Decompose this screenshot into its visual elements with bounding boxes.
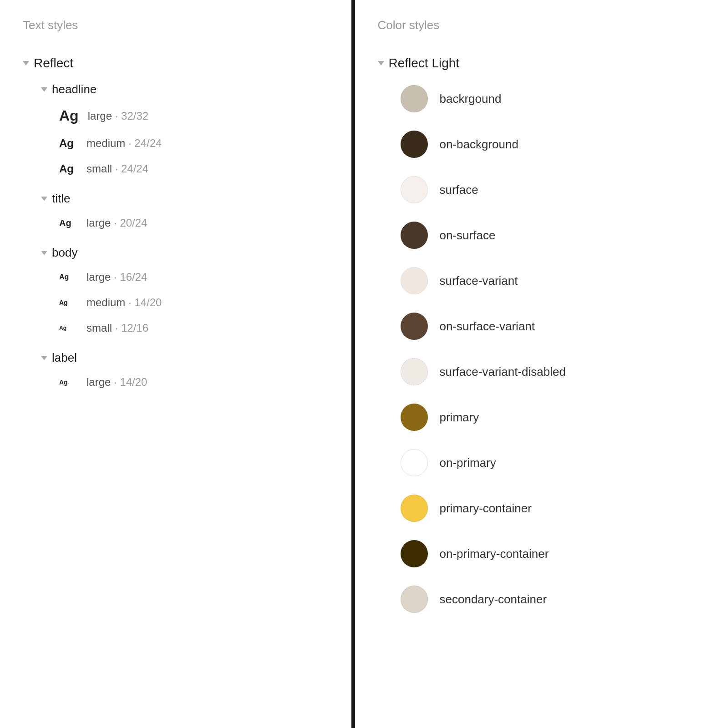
ag-sample: Ag bbox=[59, 107, 79, 124]
list-item: surface-variant bbox=[401, 258, 684, 303]
ag-sample: Ag bbox=[59, 137, 77, 150]
color-label-surface-variant: surface-variant bbox=[440, 274, 518, 288]
color-label-on-surface: on-surface bbox=[440, 228, 496, 243]
color-swatch-on-surface-variant bbox=[401, 313, 428, 340]
style-info: large · 16/24 bbox=[86, 271, 147, 283]
color-swatch-surface bbox=[401, 176, 428, 203]
label-items: Ag large · 14/20 bbox=[41, 369, 329, 395]
color-swatch-on-primary bbox=[401, 449, 428, 476]
style-info: large · 14/20 bbox=[86, 376, 147, 389]
list-item: on-surface-variant bbox=[401, 303, 684, 349]
color-swatch-on-primary-container bbox=[401, 540, 428, 567]
label-subgroup: label Ag large · 14/20 bbox=[41, 344, 329, 395]
title-header[interactable]: title bbox=[41, 185, 329, 210]
list-item: on-primary bbox=[401, 440, 684, 485]
color-label-on-background: on-background bbox=[440, 137, 518, 152]
list-item: Ag large · 32/32 bbox=[59, 101, 329, 131]
body-chevron-icon bbox=[41, 251, 47, 255]
color-label-on-surface-variant: on-surface-variant bbox=[440, 319, 535, 334]
reflect-group: Reflect headline Ag large · 32/32 Ag med… bbox=[23, 51, 329, 395]
title-subgroup: title Ag large · 20/24 bbox=[41, 185, 329, 236]
list-item: secondary-container bbox=[401, 576, 684, 622]
color-label-primary-container: primary-container bbox=[440, 501, 532, 516]
color-label-surface-variant-disabled: surface-variant-disabled bbox=[440, 365, 566, 379]
text-styles-panel: Text styles Reflect headline Ag large · … bbox=[0, 0, 355, 728]
reflect-group-header[interactable]: Reflect bbox=[23, 51, 329, 76]
color-swatch-background bbox=[401, 85, 428, 112]
ag-sample: Ag bbox=[59, 379, 77, 386]
headline-items: Ag large · 32/32 Ag medium · 24/24 Ag sm… bbox=[41, 101, 329, 182]
reflect-group-items: headline Ag large · 32/32 Ag medium · 24… bbox=[23, 76, 329, 395]
list-item: Ag large · 14/20 bbox=[59, 369, 329, 395]
list-item: on-background bbox=[401, 121, 684, 167]
list-item: surface bbox=[401, 167, 684, 212]
list-item: primary-container bbox=[401, 485, 684, 531]
color-styles-panel: Color styles Reflect Light backrgound on… bbox=[355, 0, 706, 728]
list-item: Ag medium · 14/20 bbox=[59, 290, 329, 315]
ag-sample: Ag bbox=[59, 218, 77, 228]
color-styles-title: Color styles bbox=[378, 18, 684, 32]
label-header[interactable]: label bbox=[41, 344, 329, 369]
color-swatch-on-background bbox=[401, 131, 428, 158]
list-item: Ag small · 12/16 bbox=[59, 315, 329, 341]
ag-sample: Ag bbox=[59, 299, 77, 306]
list-item: on-primary-container bbox=[401, 531, 684, 576]
headline-chevron-icon bbox=[41, 87, 47, 92]
body-subgroup: body Ag large · 16/24 Ag medium · 14/20 … bbox=[41, 239, 329, 341]
color-swatch-secondary-container bbox=[401, 586, 428, 613]
color-label-primary: primary bbox=[440, 410, 479, 425]
title-items: Ag large · 20/24 bbox=[41, 210, 329, 236]
color-label-background: backrgound bbox=[440, 92, 502, 106]
list-item: surface-variant-disabled bbox=[401, 349, 684, 394]
list-item: Ag small · 24/24 bbox=[59, 156, 329, 182]
list-item: backrgound bbox=[401, 76, 684, 121]
color-swatch-primary-container bbox=[401, 495, 428, 522]
headline-label: headline bbox=[52, 82, 97, 96]
color-swatch-surface-variant-disabled bbox=[401, 358, 428, 385]
color-swatch-surface-variant bbox=[401, 267, 428, 294]
reflect-light-group-header[interactable]: Reflect Light bbox=[378, 51, 684, 76]
ag-sample: Ag bbox=[59, 273, 77, 281]
list-item: primary bbox=[401, 394, 684, 440]
text-styles-title: Text styles bbox=[23, 18, 329, 32]
headline-header[interactable]: headline bbox=[41, 76, 329, 101]
title-label: title bbox=[52, 192, 70, 206]
style-info: small · 12/16 bbox=[86, 322, 148, 334]
title-chevron-icon bbox=[41, 197, 47, 201]
headline-subgroup: headline Ag large · 32/32 Ag medium · 24… bbox=[41, 76, 329, 182]
style-info: medium · 14/20 bbox=[86, 296, 162, 309]
color-label-surface: surface bbox=[440, 183, 478, 197]
style-info: small · 24/24 bbox=[86, 162, 148, 175]
color-items-list: backrgound on-background surface on-surf… bbox=[378, 76, 684, 622]
ag-sample: Ag bbox=[59, 325, 77, 331]
body-header[interactable]: body bbox=[41, 239, 329, 264]
style-info: medium · 24/24 bbox=[86, 137, 162, 150]
reflect-group-label: Reflect bbox=[34, 56, 73, 71]
ag-sample: Ag bbox=[59, 162, 77, 175]
reflect-light-group: Reflect Light backrgound on-background s… bbox=[378, 51, 684, 622]
color-swatch-on-surface bbox=[401, 222, 428, 249]
body-items: Ag large · 16/24 Ag medium · 14/20 Ag sm… bbox=[41, 264, 329, 341]
style-info: large · 32/32 bbox=[88, 110, 148, 122]
list-item: on-surface bbox=[401, 212, 684, 258]
reflect-light-chevron-icon bbox=[378, 61, 384, 66]
list-item: Ag medium · 24/24 bbox=[59, 131, 329, 156]
reflect-light-group-label: Reflect Light bbox=[389, 56, 460, 71]
color-swatch-primary bbox=[401, 404, 428, 431]
color-label-secondary-container: secondary-container bbox=[440, 592, 547, 607]
label-chevron-icon bbox=[41, 356, 47, 360]
style-info: large · 20/24 bbox=[86, 217, 147, 229]
color-label-on-primary: on-primary bbox=[440, 456, 496, 470]
reflect-chevron-icon bbox=[23, 61, 29, 66]
list-item: Ag large · 16/24 bbox=[59, 264, 329, 290]
body-label: body bbox=[52, 246, 77, 260]
label-label: label bbox=[52, 351, 77, 365]
list-item: Ag large · 20/24 bbox=[59, 210, 329, 236]
color-label-on-primary-container: on-primary-container bbox=[440, 547, 549, 561]
